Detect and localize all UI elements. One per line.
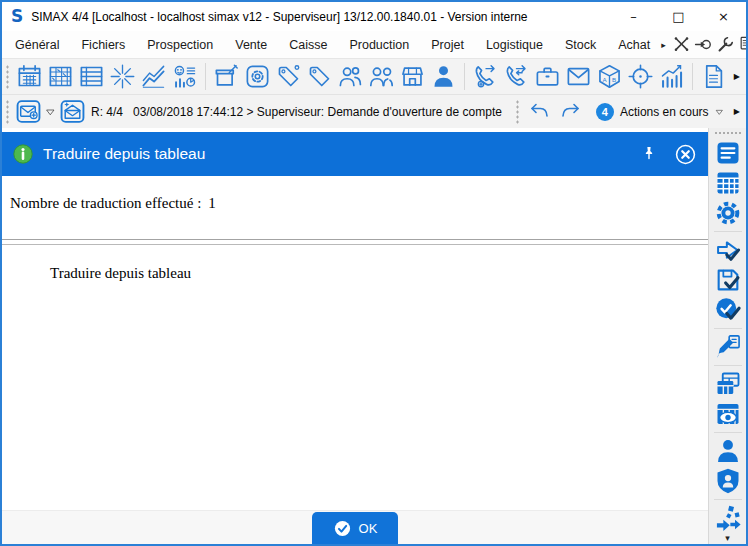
tag-degree-icon[interactable] [273, 62, 304, 91]
menu-item[interactable]: Logistique [475, 31, 554, 58]
sidebar-more-arrow[interactable]: ▾ [725, 533, 730, 545]
main-panel: Traduire depuis tableau Nombre de traduc… [2, 128, 708, 544]
save-check-icon[interactable] [714, 266, 742, 294]
phone-transfer-icon[interactable] [501, 62, 532, 91]
crosshair-icon[interactable] [625, 62, 656, 91]
separator [464, 63, 465, 90]
toolbar-grip[interactable] [5, 64, 10, 90]
actions-dropdown[interactable]: Actions en cours [620, 105, 725, 119]
toolbar-overflow-arrow[interactable]: ▶ [731, 72, 743, 81]
table-grid-icon[interactable] [714, 169, 742, 197]
info-icon [12, 143, 34, 165]
chevron-down-icon[interactable] [43, 106, 58, 118]
pin-icon[interactable] [640, 144, 658, 164]
chevron-down-icon [714, 107, 725, 117]
separator [205, 63, 206, 90]
menu-item[interactable]: Général [4, 31, 70, 58]
mail-plus-icon[interactable] [14, 99, 43, 124]
minimize-button[interactable]: – [611, 2, 656, 31]
paint-doc-icon[interactable] [714, 333, 742, 361]
burst-icon[interactable] [107, 62, 138, 91]
window-title: SIMAX 4/4 [Localhost - localhost simax v… [31, 10, 611, 24]
tag-icon[interactable] [304, 62, 335, 91]
actions-dropdown-label: Actions en cours [620, 105, 709, 119]
plug-arrow-icon[interactable] [694, 35, 713, 54]
list-view-icon[interactable] [76, 62, 107, 91]
person-solid-icon[interactable] [714, 437, 742, 465]
redo-arrow-icon[interactable] [557, 100, 584, 124]
stats-chart-icon[interactable] [656, 62, 687, 91]
menu-item[interactable]: Caisse [278, 31, 338, 58]
window-controls: – □ × [611, 2, 746, 31]
area-chart-icon[interactable] [138, 62, 169, 91]
ok-button[interactable]: OK [312, 512, 398, 544]
mail-star-icon[interactable] [58, 99, 87, 124]
person-filled-icon[interactable] [428, 62, 459, 91]
people-group-icon[interactable] [335, 62, 366, 91]
gear-icon[interactable] [242, 62, 273, 91]
panel-close-icon[interactable] [674, 143, 697, 166]
cube-ab-icon[interactable]: AB [594, 62, 625, 91]
separator [714, 432, 742, 433]
calendar-icon[interactable] [14, 62, 45, 91]
archive-box-icon[interactable] [211, 62, 242, 91]
menu-item[interactable]: Achat [607, 31, 661, 58]
document-icon[interactable] [698, 62, 729, 91]
close-button[interactable]: × [701, 2, 746, 31]
mailbar-overflow-arrow[interactable]: ▶ [731, 107, 743, 116]
form-list-icon[interactable] [714, 139, 742, 167]
main-toolbar: AB ▶ [2, 58, 746, 94]
dashboard-icon[interactable] [169, 62, 200, 91]
simax-logo-icon: S [11, 8, 23, 25]
grid-eye-icon[interactable] [714, 400, 742, 428]
menu-right-icons: ▸ S [661, 35, 748, 54]
menu-item[interactable]: Vente [224, 31, 278, 58]
separator [714, 328, 742, 329]
sync-puzzle-icon[interactable] [714, 504, 742, 532]
right-sidebar: ▾ [708, 128, 746, 544]
menu-items: GénéralFichiersProspectionVenteCaissePro… [4, 31, 661, 58]
doc-gear-icon[interactable] [738, 35, 748, 54]
tables-stack-icon[interactable] [714, 370, 742, 398]
menu-item[interactable]: Stock [554, 31, 607, 58]
phone-forward-icon[interactable] [470, 62, 501, 91]
tools-cross-icon[interactable] [672, 35, 691, 54]
body: Traduire depuis tableau Nombre de traduc… [2, 128, 746, 544]
separator [714, 365, 742, 366]
sidebar-icons [709, 138, 746, 533]
briefcase-icon[interactable] [532, 62, 563, 91]
check-circle-icon [333, 519, 352, 538]
panel-footer: OK [2, 510, 708, 544]
envelope-icon[interactable] [563, 62, 594, 91]
menu-item[interactable]: Projet [420, 31, 475, 58]
validate-check-icon[interactable] [714, 236, 742, 264]
menu-overflow-arrow[interactable]: ▸ [661, 40, 666, 50]
gear-solid-icon[interactable] [714, 199, 742, 227]
svg-text:A: A [603, 76, 608, 83]
undo-arrow-icon[interactable] [526, 100, 553, 124]
actions-count-badge[interactable]: 4 [596, 103, 614, 121]
panel-header: Traduire depuis tableau [2, 132, 708, 176]
menu-item[interactable]: Fichiers [70, 31, 136, 58]
toolbar-icons: AB [14, 59, 729, 94]
approve-check-icon[interactable] [714, 296, 742, 324]
menu-item[interactable]: Prospection [136, 31, 224, 58]
divider [2, 239, 708, 245]
translation-result-value: 1 [208, 195, 216, 211]
storefront-icon[interactable] [397, 62, 428, 91]
person-pair-icon[interactable] [366, 62, 397, 91]
status-message[interactable]: 03/08/2018 17:44:12 > Superviseur: Deman… [133, 105, 502, 119]
planning-grid-icon[interactable] [45, 62, 76, 91]
actions-grip[interactable] [515, 99, 520, 125]
mailbar-icons [14, 99, 87, 124]
sidebar-grip[interactable] [714, 131, 741, 136]
wrench-icon[interactable] [716, 35, 735, 54]
mailbar-grip[interactable] [5, 99, 10, 125]
ok-button-label: OK [359, 521, 378, 536]
separator [714, 231, 742, 232]
separator [692, 63, 693, 90]
menu-item[interactable]: Production [338, 31, 420, 58]
shield-person-icon[interactable] [714, 467, 742, 495]
maximize-button[interactable]: □ [656, 2, 701, 31]
mail-toolbar: R: 4/4 03/08/2018 17:44:12 > Superviseur… [2, 94, 746, 128]
